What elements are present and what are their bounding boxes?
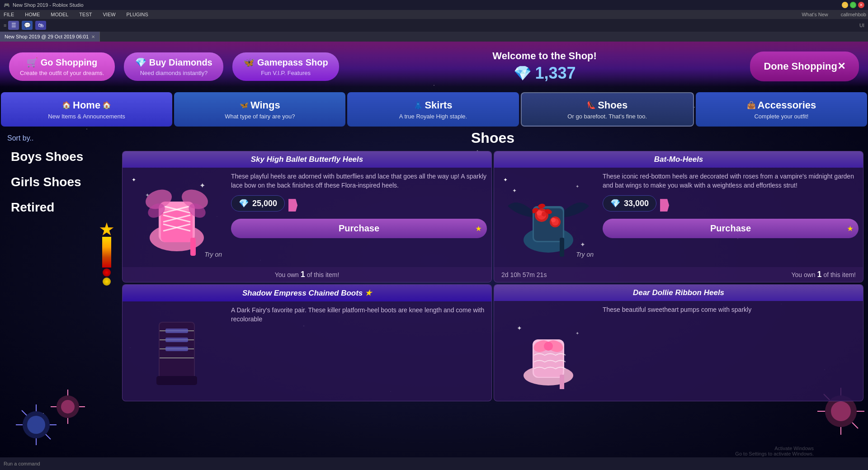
nav-wings[interactable]: 🦋 Wings What type of fairy are you? xyxy=(174,92,345,127)
shoe-butterfly-info: These playful heels are adorned with but… xyxy=(231,172,487,263)
price-value-bat: 33,000 xyxy=(624,199,649,208)
nav-accessories[interactable]: 👜 Accessories Complete your outfit! xyxy=(696,92,867,127)
purchase-button-butterfly[interactable]: Purchase ★ xyxy=(231,219,487,238)
shoe-card-boots-title: Shadow Empress Chained Boots ★ xyxy=(130,288,484,298)
status-bar: Run a command xyxy=(0,457,868,470)
svg-text:✦: ✦ xyxy=(512,188,517,194)
go-shopping-button[interactable]: 🛒 Go Shopping Create the outfit of your … xyxy=(9,52,115,81)
nav-accessories-title: Accessories xyxy=(758,99,816,111)
whats-new[interactable]: What's New xyxy=(802,12,828,17)
nav-shoes[interactable]: 👠 Shoes Or go barefoot. That's fine too. xyxy=(521,92,694,127)
sort-girls-shoes[interactable]: Girls Shoes xyxy=(7,173,110,191)
medal-ribbon xyxy=(102,237,111,268)
windows-activate: Activate Windows Go to Settings to activ… xyxy=(735,446,814,456)
shoe-butterfly-desc: These playful heels are adorned with but… xyxy=(231,172,487,190)
title-bar-left: 🎮 New Shop 2019 - Roblox Studio xyxy=(4,2,84,8)
shoe-butterfly-footer: You own 1 of this item! xyxy=(123,267,491,282)
bag-icon: 🛍 xyxy=(38,22,43,28)
nav-home[interactable]: 🏠 Home 🏠 New Items & Announcements xyxy=(1,92,172,127)
menu-plugins[interactable]: PLUGINS xyxy=(125,12,150,17)
svg-rect-41 xyxy=(560,238,564,257)
try-on-label-butterfly[interactable]: Try on xyxy=(204,251,222,258)
toolbar-stub: ≡ xyxy=(4,23,6,28)
nav-skirts-title: Skirts xyxy=(425,99,452,111)
boots-star-icon: ★ xyxy=(365,289,372,297)
shoes-emoji: 👠 xyxy=(587,101,596,109)
shoe-card-bat: Bat-Mo-Heels xyxy=(494,151,863,282)
boots-art xyxy=(132,313,222,390)
purchase-button-bat[interactable]: Purchase ★ xyxy=(603,219,859,238)
nav-skirts[interactable]: 👗 Skirts A true Royale High staple. xyxy=(347,92,519,127)
run-command-label[interactable]: Run a command xyxy=(4,461,40,466)
go-shopping-sub: Create the outfit of your dreams. xyxy=(20,70,104,76)
buy-diamonds-button[interactable]: 💎 Buy Diamonds Need diamonds instantly? xyxy=(124,52,223,81)
shoe-card-ribbon: Dear Dollie Ribbon Heels xyxy=(494,284,863,401)
tab-bar: New Shop 2019 @ 29 Oct 2019 06:01 ✕ xyxy=(0,32,868,42)
shoe-bat-desc: These iconic red-bottom heels are decora… xyxy=(603,172,859,190)
wings-emoji: 🦋 xyxy=(240,101,249,109)
svg-text:✦: ✦ xyxy=(517,324,522,332)
buy-diamonds-label: 💎 Buy Diamonds xyxy=(135,57,212,68)
nav-bar: 🏠 Home 🏠 New Items & Announcements 🦋 Win… xyxy=(0,91,868,127)
maximize-button[interactable]: □ xyxy=(850,2,856,8)
menu-home[interactable]: HOME xyxy=(23,12,42,17)
shoe-card-bat-title: Bat-Mo-Heels xyxy=(501,155,856,164)
price-diamond-icon: 💎 xyxy=(239,198,249,208)
diamond-gem-icon: 💎 xyxy=(514,65,532,82)
toolbar-icon[interactable]: ☰ xyxy=(8,21,19,30)
ui-label: UI xyxy=(859,23,864,28)
svg-rect-64 xyxy=(165,347,188,351)
shoe-bat-footer: 2d 10h 57m 21s You own 1 of this item! xyxy=(494,267,863,282)
sort-retired[interactable]: Retired xyxy=(7,198,110,216)
title-bar-controls: ─ □ ✕ xyxy=(842,2,864,8)
sparkle-icon-2: ✦ xyxy=(503,177,508,183)
shoe-ribbon-image-area: ✦ ✦ xyxy=(499,306,598,396)
shoe-card-ribbon-body: ✦ ✦ These beautiful sweetheart pumps com… xyxy=(494,301,863,400)
menu-icon: ☰ xyxy=(11,22,16,28)
sort-sidebar: Sort by.. Boys Shoes Girls Shoes Retired… xyxy=(0,130,118,465)
svg-rect-68 xyxy=(560,375,564,389)
nav-wings-sub: What type of fairy are you? xyxy=(225,113,295,120)
menu-model[interactable]: MODEL xyxy=(49,12,70,17)
side-medal xyxy=(99,222,115,286)
shoe-butterfly-image-area: ✦ ✦ Try on ✦ xyxy=(127,172,226,263)
minimize-button[interactable]: ─ xyxy=(842,2,848,8)
nav-home-title: Home xyxy=(73,99,100,111)
gamepass-shop-button[interactable]: 🦋 Gamepass Shop Fun V.I.P. Features xyxy=(232,52,339,81)
svg-rect-25 xyxy=(190,238,196,256)
menu-test[interactable]: TEST xyxy=(77,12,94,17)
butterfly-heels-art: ✦ ✦ xyxy=(132,174,222,260)
svg-point-71 xyxy=(544,342,553,351)
toolbar-icon-3[interactable]: 🛍 xyxy=(35,21,46,30)
own-text-butterfly: You own xyxy=(275,271,299,278)
nav-accessories-sub: Complete your outfit! xyxy=(754,113,808,120)
close-button[interactable]: ✕ xyxy=(858,2,864,8)
activate-line1: Activate Windows xyxy=(735,446,814,451)
shoes-section: Shoes Sky High Ballet Butterfly Heels xyxy=(118,130,868,465)
menu-view[interactable]: VIEW xyxy=(101,12,117,17)
price-tag-butterfly xyxy=(288,199,297,212)
active-tab[interactable]: New Shop 2019 @ 29 Oct 2019 06:01 ✕ xyxy=(0,32,100,42)
gamepass-sub: Fun V.I.P. Features xyxy=(261,70,311,76)
shoe-card-boots-header: Shadow Empress Chained Boots ★ xyxy=(123,285,491,301)
price-diamond-icon-2: 💎 xyxy=(610,198,620,208)
done-shopping-button[interactable]: Done Shopping✕ xyxy=(750,52,859,81)
main-content: Sort by.. Boys Shoes Girls Shoes Retired… xyxy=(0,130,868,465)
window-title: New Shop 2019 - Roblox Studio xyxy=(13,2,84,8)
shoe-card-bat-header: Bat-Mo-Heels xyxy=(494,151,863,168)
welcome-text: Welcome to the Shop! xyxy=(348,50,741,62)
menu-file[interactable]: FILE xyxy=(2,12,16,17)
nav-wings-title: Wings xyxy=(250,99,280,111)
diamond-count-value: 1,337 xyxy=(535,64,576,83)
svg-text:✦: ✦ xyxy=(580,241,585,248)
price-badge-butterfly: 💎 25,000 xyxy=(231,195,285,212)
shop-welcome: Welcome to the Shop! 💎 1,337 xyxy=(348,50,741,83)
nav-shoes-title: Shoes xyxy=(598,99,627,111)
own-count-bat: 1 xyxy=(817,270,822,279)
try-on-label-bat[interactable]: Try on xyxy=(576,251,594,258)
svg-text:✦: ✦ xyxy=(576,331,579,336)
tab-close-icon[interactable]: ✕ xyxy=(91,34,95,39)
bat-heels-art: ✦ ✦ ✦ xyxy=(503,174,594,260)
purchase-star-icon: ★ xyxy=(476,225,481,232)
toolbar-icon-2[interactable]: 💬 xyxy=(22,21,33,30)
